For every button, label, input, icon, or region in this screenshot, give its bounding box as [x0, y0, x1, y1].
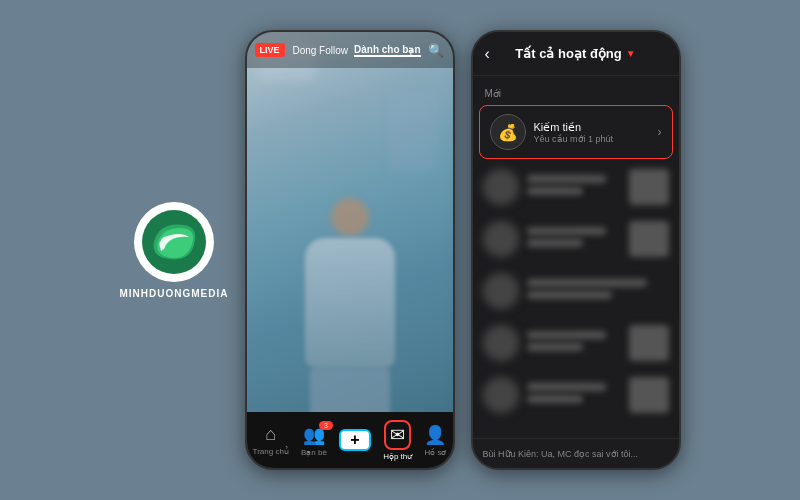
blurred-content-1: [527, 175, 621, 199]
blurred-avatar-5: [483, 377, 519, 413]
video-background: [247, 32, 453, 468]
blurred-item-3: [473, 265, 679, 317]
blurred-line-5: [527, 279, 648, 287]
top-nav-center: Dong Follow Dành cho bạn: [292, 44, 420, 57]
profile-label: Hồ sơ: [424, 448, 446, 457]
blurred-thumbnail-4: [629, 377, 669, 413]
home-icon: ⌂: [265, 424, 276, 445]
logo-svg: [139, 207, 209, 277]
inbox-label: Hộp thư: [383, 452, 412, 461]
dong-follow-text[interactable]: Dong Follow: [292, 45, 348, 56]
phone-left: LIVE Dong Follow Dành cho bạn 🔍 ⌂ Trang: [245, 30, 455, 470]
coin-avatar: 💰: [490, 114, 526, 150]
logo-area: MINHDUONGMEDIA: [120, 202, 229, 299]
search-icon[interactable]: 🔍: [428, 43, 444, 58]
plus-button[interactable]: +: [339, 429, 371, 451]
person-body: [305, 238, 395, 368]
blurred-item-4: [473, 317, 679, 369]
blurred-content-4: [527, 331, 621, 355]
danh-cho-ban-text[interactable]: Dành cho bạn: [354, 44, 421, 57]
profile-icon: 👤: [424, 424, 446, 446]
blurred-line-2: [527, 187, 583, 195]
highlighted-activity-item[interactable]: 💰 Kiếm tiền Yêu cầu mới 1 phút ›: [479, 105, 673, 159]
blurred-avatar-3: [483, 273, 519, 309]
phone-right: ‹ Tất cả hoạt động ▼ Mới 💰 Kiếm tiền Yêu…: [471, 30, 681, 470]
blurred-line-1: [527, 175, 607, 183]
activity-subtitle: Yêu cầu mới 1 phút: [534, 134, 650, 144]
home-label: Trang chủ: [253, 447, 289, 456]
blurred-line-8: [527, 343, 583, 351]
logo-text: MINHDUONGMEDIA: [120, 288, 229, 299]
blurred-thumbnail-3: [629, 325, 669, 361]
friends-badge: 3: [319, 421, 333, 430]
nav-trang-chu[interactable]: ⌂ Trang chủ: [253, 424, 289, 456]
blurred-avatar-4: [483, 325, 519, 361]
blurred-content-2: [527, 227, 621, 251]
section-new-label: Mới: [473, 84, 679, 103]
activity-list: Mới 💰 Kiếm tiền Yêu cầu mới 1 phút ›: [473, 76, 679, 468]
logo-circle: [134, 202, 214, 282]
bottom-nav: ⌂ Trang chủ 👥 3 Bạn bè + ✉ Hộp thư 👤 Hồ …: [247, 412, 453, 468]
blurred-line-3: [527, 227, 607, 235]
bottom-text-area: Bùi Hữu Kiên: Ua, MC đọc sai với tôi...: [473, 438, 679, 468]
nav-hop-thu[interactable]: ✉ Hộp thư: [383, 420, 412, 461]
blurred-thumbnail-2: [629, 221, 669, 257]
header-title: Tất cả hoạt động ▼: [515, 46, 635, 61]
right-header: ‹ Tất cả hoạt động ▼: [473, 32, 679, 76]
dropdown-arrow-icon[interactable]: ▼: [626, 48, 636, 59]
activity-title: Kiếm tiền: [534, 121, 650, 134]
bottom-notification-text: Bùi Hữu Kiên: Ua, MC đọc sai với tôi...: [483, 449, 639, 459]
bg-decor-2: [388, 92, 438, 172]
person-silhouette: [295, 198, 405, 418]
header-title-text: Tất cả hoạt động: [515, 46, 621, 61]
activity-arrow-icon: ›: [658, 125, 662, 139]
live-badge: LIVE: [255, 43, 285, 57]
blurred-line-10: [527, 395, 583, 403]
hop-thu-box: ✉: [384, 420, 411, 450]
blurred-line-4: [527, 239, 583, 247]
blurred-content-3: [527, 279, 669, 303]
main-container: MINHDUONGMEDIA LIVE Dong Follow Dành cho…: [0, 0, 800, 500]
blurred-item-1: [473, 161, 679, 213]
blurred-line-7: [527, 331, 607, 339]
blurred-thumbnail-1: [629, 169, 669, 205]
friends-label: Bạn bè: [301, 448, 327, 457]
nav-plus[interactable]: +: [339, 429, 371, 451]
nav-ban-be[interactable]: 👥 3 Bạn bè: [301, 424, 327, 457]
blurred-item-5: [473, 369, 679, 421]
blurred-content-5: [527, 383, 621, 407]
person-head: [331, 198, 369, 236]
blurred-line-6: [527, 291, 612, 299]
blurred-avatar-2: [483, 221, 519, 257]
activity-content: Kiếm tiền Yêu cầu mới 1 phút: [534, 121, 650, 144]
back-arrow-icon[interactable]: ‹: [485, 45, 490, 63]
top-nav: LIVE Dong Follow Dành cho bạn 🔍: [247, 32, 453, 68]
nav-ho-so[interactable]: 👤 Hồ sơ: [424, 424, 446, 457]
blurred-line-9: [527, 383, 607, 391]
coin-icon: 💰: [498, 123, 518, 142]
blurred-item-2: [473, 213, 679, 265]
inbox-icon: ✉: [390, 425, 405, 445]
blurred-avatar-1: [483, 169, 519, 205]
